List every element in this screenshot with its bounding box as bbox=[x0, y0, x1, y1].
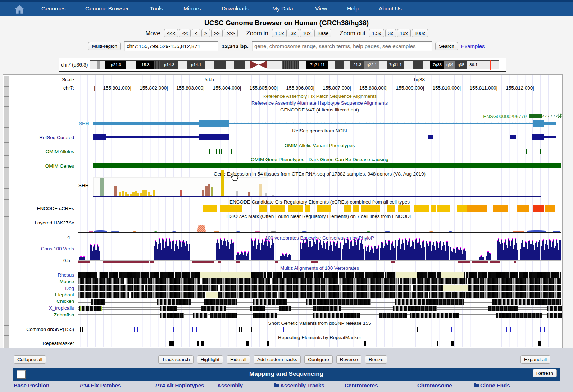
omim-allele-tick[interactable] bbox=[209, 149, 210, 154]
omim-allele-tick[interactable] bbox=[540, 149, 541, 154]
alignment-row-x_tropicalis[interactable] bbox=[78, 306, 561, 311]
omim-allele-tick[interactable] bbox=[219, 149, 220, 154]
repeat-block[interactable] bbox=[451, 341, 454, 346]
search-input[interactable] bbox=[252, 41, 432, 51]
track-group-base-position[interactable]: Base Position bbox=[14, 382, 49, 388]
ccre-block[interactable] bbox=[517, 205, 529, 212]
track-drag-handle[interactable] bbox=[4, 217, 9, 234]
snp-tick[interactable] bbox=[154, 327, 154, 332]
zoom-out-10x[interactable]: 10x bbox=[397, 29, 411, 37]
nav-item-help[interactable]: Help bbox=[347, 5, 359, 12]
omim-allele-tick[interactable] bbox=[224, 149, 224, 154]
track-title[interactable]: OMIM Gene Phenotypes - Dark Green Can Be… bbox=[78, 157, 561, 162]
expand-all-button[interactable]: Expand all bbox=[520, 355, 550, 364]
ccre-block[interactable] bbox=[457, 205, 467, 212]
track-title[interactable]: GENCODE V47 (4 items filtered out) bbox=[78, 107, 561, 113]
snp-tick[interactable] bbox=[192, 327, 193, 332]
zoom-out-100x[interactable]: 100x bbox=[412, 29, 428, 37]
refseq-utr[interactable] bbox=[544, 136, 556, 138]
track-group-centromeres[interactable]: Centromeres bbox=[345, 382, 378, 388]
refresh-button[interactable]: Refresh bbox=[533, 369, 557, 377]
ccre-block[interactable] bbox=[288, 205, 303, 212]
repeat-block[interactable] bbox=[169, 341, 174, 346]
move-[interactable]: >>> bbox=[224, 29, 238, 37]
track-title[interactable]: Gene Expression in 54 tissues from GTEx … bbox=[78, 171, 561, 177]
ccre-block[interactable] bbox=[431, 205, 436, 212]
refseq-utr[interactable] bbox=[106, 136, 199, 138]
ccre-block[interactable] bbox=[533, 205, 544, 212]
refseq-exon[interactable] bbox=[532, 134, 544, 140]
snp-tick[interactable] bbox=[82, 327, 83, 332]
omim-allele-tick[interactable] bbox=[524, 149, 524, 154]
zoom-in-3x[interactable]: 3x bbox=[288, 29, 299, 37]
ccre-block[interactable] bbox=[467, 205, 487, 212]
nav-item-genome-browser[interactable]: Genome Browser bbox=[85, 5, 129, 12]
snp-tick[interactable] bbox=[417, 327, 418, 332]
track-group-p14-fix-patches[interactable]: P14 Fix Patches bbox=[80, 382, 121, 388]
ccre-block[interactable] bbox=[353, 205, 359, 212]
alignment-row-dog[interactable] bbox=[78, 285, 561, 291]
refseq-exon[interactable] bbox=[428, 135, 433, 139]
highlight-button[interactable]: Highlight bbox=[197, 355, 223, 364]
zoom-in-10x[interactable]: 10x bbox=[300, 29, 314, 37]
track-search-button[interactable]: Track search bbox=[158, 355, 194, 364]
position-input[interactable] bbox=[124, 41, 218, 51]
move-[interactable]: < bbox=[192, 29, 200, 37]
add-custom-tracks-button[interactable]: Add custom tracks bbox=[254, 355, 301, 364]
shh-exon[interactable] bbox=[199, 120, 229, 127]
refseq-exon[interactable] bbox=[510, 135, 516, 139]
ccre-block[interactable] bbox=[344, 205, 351, 212]
shh-exon[interactable] bbox=[533, 120, 544, 127]
track-title[interactable]: Multiz Alignments of 100 Vertebrates bbox=[78, 265, 561, 271]
snp-tick[interactable] bbox=[506, 327, 507, 332]
track-title[interactable]: Short Genetic Variants from dbSNP releas… bbox=[78, 320, 561, 326]
ccre-block[interactable] bbox=[414, 205, 429, 212]
ccre-block[interactable] bbox=[361, 205, 380, 212]
chromosome-ideogram[interactable]: chr7 (q36.3) p21.315.3p14.3p14.17q21.112… bbox=[59, 58, 506, 72]
ccre-block[interactable] bbox=[203, 205, 217, 212]
alignment-row-elephant[interactable] bbox=[78, 292, 561, 298]
alignment-row-mouse[interactable] bbox=[78, 278, 561, 284]
track-group-assembly-tracks[interactable]: Assembly Tracks bbox=[274, 382, 324, 388]
track-title[interactable]: H3K27Ac Mark (Often Found Near Regulator… bbox=[78, 214, 561, 219]
move-[interactable]: >> bbox=[211, 29, 223, 37]
nav-item-genomes[interactable]: Genomes bbox=[41, 5, 65, 12]
shh-exon-utr[interactable] bbox=[93, 122, 199, 125]
home-icon[interactable] bbox=[14, 5, 24, 15]
snp-tick[interactable] bbox=[122, 327, 122, 332]
snp-tick[interactable] bbox=[251, 327, 252, 332]
ccre-block[interactable] bbox=[437, 205, 450, 212]
snp-tick[interactable] bbox=[510, 327, 511, 332]
snp-tick[interactable] bbox=[80, 327, 81, 332]
track-title[interactable]: Repeating Elements by RepeatMasker bbox=[78, 335, 561, 340]
repeat-block[interactable] bbox=[246, 341, 249, 346]
ccre-block[interactable] bbox=[545, 205, 555, 212]
snp-tick[interactable] bbox=[420, 327, 420, 332]
alignment-row-chicken[interactable] bbox=[78, 299, 561, 305]
omim-allele-tick[interactable] bbox=[221, 149, 222, 154]
omim-gene-bar[interactable] bbox=[93, 163, 561, 168]
snp-tick[interactable] bbox=[239, 327, 240, 332]
repeat-block[interactable] bbox=[201, 341, 204, 346]
track-drag-handle[interactable] bbox=[4, 188, 9, 199]
snp-tick[interactable] bbox=[228, 327, 228, 332]
shh-exon-utr[interactable] bbox=[544, 122, 556, 125]
track-group-chromosome[interactable]: Chromosome bbox=[417, 382, 452, 388]
nav-item-downloads[interactable]: Downloads bbox=[222, 5, 249, 12]
ccre-block[interactable] bbox=[387, 205, 395, 212]
track-title[interactable]: Reference Assembly Alternate Haplotype S… bbox=[78, 100, 561, 106]
move-[interactable]: > bbox=[201, 29, 210, 37]
omim-allele-tick[interactable] bbox=[216, 149, 217, 154]
repeat-block[interactable] bbox=[538, 341, 541, 346]
repeat-block[interactable] bbox=[197, 341, 199, 346]
ccre-block[interactable] bbox=[305, 205, 310, 212]
zoom-out-1.5x[interactable]: 1.5x bbox=[369, 29, 384, 37]
snp-tick[interactable] bbox=[451, 327, 452, 332]
ccre-block[interactable] bbox=[398, 205, 410, 212]
repeat-block[interactable] bbox=[267, 341, 269, 346]
track-title[interactable]: ENCODE Candidate Cis-Regulatory Elements… bbox=[78, 199, 561, 205]
move-[interactable]: << bbox=[179, 29, 191, 37]
track-title[interactable]: RefSeq genes from NCBI bbox=[78, 128, 561, 133]
alignment-row-rhesus[interactable] bbox=[78, 272, 561, 278]
nav-item-my-data[interactable]: My Data bbox=[272, 5, 293, 12]
